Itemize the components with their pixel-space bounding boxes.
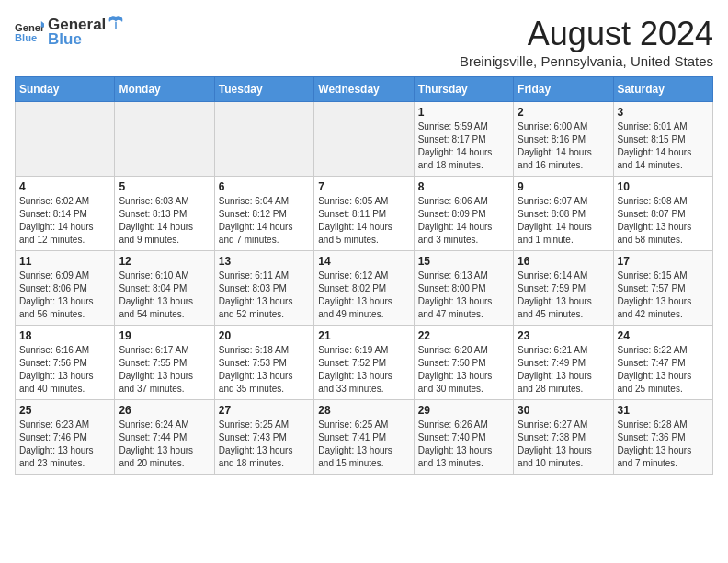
day-detail: Sunrise: 6:08 AMSunset: 8:07 PMDaylight:… xyxy=(618,195,709,247)
day-detail: Sunrise: 6:14 AMSunset: 7:59 PMDaylight:… xyxy=(518,270,609,321)
day-cell-w2-d4: 7Sunrise: 6:05 AMSunset: 8:11 PMDaylight… xyxy=(314,177,414,251)
day-number: 5 xyxy=(119,180,210,193)
day-number: 8 xyxy=(418,180,509,193)
svg-text:General: General xyxy=(15,22,44,33)
week-row-4: 18Sunrise: 6:16 AMSunset: 7:56 PMDayligh… xyxy=(16,326,713,400)
day-cell-w1-d7: 3Sunrise: 6:01 AMSunset: 8:15 PMDaylight… xyxy=(613,102,712,177)
day-number: 9 xyxy=(518,180,609,193)
day-cell-w3-d5: 15Sunrise: 6:13 AMSunset: 8:00 PMDayligh… xyxy=(414,251,513,326)
day-cell-w4-d3: 20Sunrise: 6:18 AMSunset: 7:53 PMDayligh… xyxy=(214,326,313,400)
day-detail: Sunrise: 6:00 AMSunset: 8:16 PMDaylight:… xyxy=(518,121,609,172)
header-thursday: Thursday xyxy=(414,77,513,102)
day-detail: Sunrise: 6:19 AMSunset: 7:52 PMDaylight:… xyxy=(318,344,409,396)
day-number: 13 xyxy=(219,255,310,268)
day-number: 24 xyxy=(618,329,709,342)
day-detail: Sunrise: 6:06 AMSunset: 8:09 PMDaylight:… xyxy=(418,195,509,247)
day-detail: Sunrise: 6:09 AMSunset: 8:06 PMDaylight:… xyxy=(19,270,110,321)
day-detail: Sunrise: 6:03 AMSunset: 8:13 PMDaylight:… xyxy=(119,195,210,247)
day-number: 4 xyxy=(19,180,110,193)
day-cell-w2-d6: 9Sunrise: 6:07 AMSunset: 8:08 PMDaylight… xyxy=(514,177,613,251)
day-cell-w1-d5: 1Sunrise: 5:59 AMSunset: 8:17 PMDaylight… xyxy=(414,102,513,177)
day-cell-w1-d2 xyxy=(115,102,214,177)
day-detail: Sunrise: 6:12 AMSunset: 8:02 PMDaylight:… xyxy=(318,270,409,321)
day-cell-w5-d5: 29Sunrise: 6:26 AMSunset: 7:40 PMDayligh… xyxy=(414,400,513,475)
day-number: 21 xyxy=(318,329,409,342)
day-detail: Sunrise: 6:04 AMSunset: 8:12 PMDaylight:… xyxy=(219,195,310,247)
day-detail: Sunrise: 6:17 AMSunset: 7:55 PMDaylight:… xyxy=(119,344,210,396)
day-cell-w2-d1: 4Sunrise: 6:02 AMSunset: 8:14 PMDaylight… xyxy=(16,177,115,251)
header-sunday: Sunday xyxy=(16,77,115,102)
day-number: 3 xyxy=(618,106,709,119)
day-number: 16 xyxy=(518,255,609,268)
day-cell-w4-d6: 23Sunrise: 6:21 AMSunset: 7:49 PMDayligh… xyxy=(514,326,613,400)
day-cell-w2-d2: 5Sunrise: 6:03 AMSunset: 8:13 PMDaylight… xyxy=(115,177,214,251)
day-cell-w5-d4: 28Sunrise: 6:25 AMSunset: 7:41 PMDayligh… xyxy=(314,400,414,475)
day-cell-w1-d4 xyxy=(314,102,414,177)
title-area: August 2024 Breinigsville, Pennsylvania,… xyxy=(460,15,713,69)
day-cell-w1-d6: 2Sunrise: 6:00 AMSunset: 8:16 PMDaylight… xyxy=(514,102,613,177)
logo-bird-icon xyxy=(108,15,124,29)
day-detail: Sunrise: 6:10 AMSunset: 8:04 PMDaylight:… xyxy=(119,270,210,321)
day-detail: Sunrise: 6:22 AMSunset: 7:47 PMDaylight:… xyxy=(618,344,709,396)
week-row-3: 11Sunrise: 6:09 AMSunset: 8:06 PMDayligh… xyxy=(16,251,713,326)
svg-text:Blue: Blue xyxy=(15,32,37,43)
day-detail: Sunrise: 6:25 AMSunset: 7:43 PMDaylight:… xyxy=(219,419,310,470)
day-detail: Sunrise: 6:02 AMSunset: 8:14 PMDaylight:… xyxy=(19,195,110,247)
day-cell-w5-d3: 27Sunrise: 6:25 AMSunset: 7:43 PMDayligh… xyxy=(214,400,313,475)
day-number: 7 xyxy=(318,180,409,193)
calendar-table: Sunday Monday Tuesday Wednesday Thursday… xyxy=(15,76,713,475)
day-number: 29 xyxy=(418,404,509,417)
day-number: 17 xyxy=(618,255,709,268)
day-number: 2 xyxy=(518,106,609,119)
day-detail: Sunrise: 6:13 AMSunset: 8:00 PMDaylight:… xyxy=(418,270,509,321)
day-number: 11 xyxy=(19,255,110,268)
generalblue-logo-icon: General Blue xyxy=(15,19,44,45)
day-number: 18 xyxy=(19,329,110,342)
week-row-5: 25Sunrise: 6:23 AMSunset: 7:46 PMDayligh… xyxy=(16,400,713,475)
header-friday: Friday xyxy=(514,77,613,102)
header-wednesday: Wednesday xyxy=(314,77,414,102)
day-cell-w5-d1: 25Sunrise: 6:23 AMSunset: 7:46 PMDayligh… xyxy=(16,400,115,475)
header: General Blue General Blue August 2024 Br… xyxy=(15,15,713,69)
header-tuesday: Tuesday xyxy=(214,77,313,102)
day-detail: Sunrise: 6:05 AMSunset: 8:11 PMDaylight:… xyxy=(318,195,409,247)
day-number: 14 xyxy=(318,255,409,268)
day-cell-w3-d1: 11Sunrise: 6:09 AMSunset: 8:06 PMDayligh… xyxy=(16,251,115,326)
page-subtitle: Breinigsville, Pennsylvania, United Stat… xyxy=(460,53,713,69)
header-saturday: Saturday xyxy=(613,77,712,102)
day-cell-w1-d3 xyxy=(214,102,313,177)
day-detail: Sunrise: 6:25 AMSunset: 7:41 PMDaylight:… xyxy=(318,419,409,470)
day-detail: Sunrise: 6:15 AMSunset: 7:57 PMDaylight:… xyxy=(618,270,709,321)
day-cell-w1-d1 xyxy=(16,102,115,177)
day-cell-w4-d5: 22Sunrise: 6:20 AMSunset: 7:50 PMDayligh… xyxy=(414,326,513,400)
day-number: 28 xyxy=(318,404,409,417)
day-number: 19 xyxy=(119,329,210,342)
day-detail: Sunrise: 6:16 AMSunset: 7:56 PMDaylight:… xyxy=(19,344,110,396)
day-number: 15 xyxy=(418,255,509,268)
week-row-2: 4Sunrise: 6:02 AMSunset: 8:14 PMDaylight… xyxy=(16,177,713,251)
day-detail: Sunrise: 6:21 AMSunset: 7:49 PMDaylight:… xyxy=(518,344,609,396)
day-detail: Sunrise: 6:27 AMSunset: 7:38 PMDaylight:… xyxy=(518,419,609,470)
day-detail: Sunrise: 6:01 AMSunset: 8:15 PMDaylight:… xyxy=(618,121,709,172)
day-number: 12 xyxy=(119,255,210,268)
day-number: 22 xyxy=(418,329,509,342)
day-number: 30 xyxy=(518,404,609,417)
day-cell-w3-d2: 12Sunrise: 6:10 AMSunset: 8:04 PMDayligh… xyxy=(115,251,214,326)
day-cell-w2-d5: 8Sunrise: 6:06 AMSunset: 8:09 PMDaylight… xyxy=(414,177,513,251)
day-detail: Sunrise: 6:26 AMSunset: 7:40 PMDaylight:… xyxy=(418,419,509,470)
day-cell-w2-d3: 6Sunrise: 6:04 AMSunset: 8:12 PMDaylight… xyxy=(214,177,313,251)
day-cell-w5-d2: 26Sunrise: 6:24 AMSunset: 7:44 PMDayligh… xyxy=(115,400,214,475)
day-cell-w3-d4: 14Sunrise: 6:12 AMSunset: 8:02 PMDayligh… xyxy=(314,251,414,326)
day-number: 23 xyxy=(518,329,609,342)
day-number: 1 xyxy=(418,106,509,119)
header-monday: Monday xyxy=(115,77,214,102)
day-detail: Sunrise: 6:24 AMSunset: 7:44 PMDaylight:… xyxy=(119,419,210,470)
page-title: August 2024 xyxy=(460,15,713,53)
day-number: 27 xyxy=(219,404,310,417)
day-cell-w2-d7: 10Sunrise: 6:08 AMSunset: 8:07 PMDayligh… xyxy=(613,177,712,251)
day-cell-w4-d2: 19Sunrise: 6:17 AMSunset: 7:55 PMDayligh… xyxy=(115,326,214,400)
day-cell-w3-d7: 17Sunrise: 6:15 AMSunset: 7:57 PMDayligh… xyxy=(613,251,712,326)
day-number: 6 xyxy=(219,180,310,193)
day-cell-w4-d7: 24Sunrise: 6:22 AMSunset: 7:47 PMDayligh… xyxy=(613,326,712,400)
day-cell-w4-d1: 18Sunrise: 6:16 AMSunset: 7:56 PMDayligh… xyxy=(16,326,115,400)
